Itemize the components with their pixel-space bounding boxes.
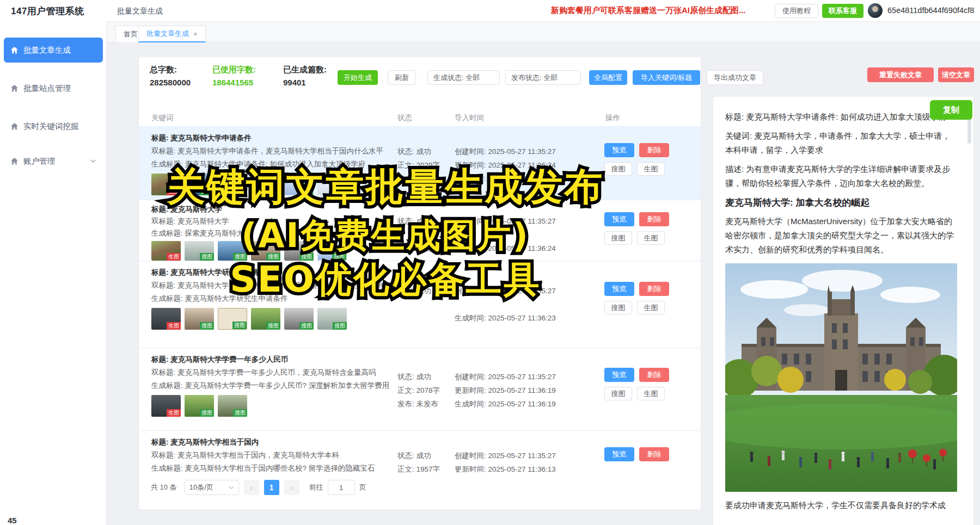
thumbnail[interactable]: 搜图 [317,308,347,330]
search-image-button[interactable]: 搜图 [604,162,632,176]
sidebar-footer-text: 45 [8,516,17,525]
preview-button[interactable]: 预览 [604,282,634,296]
thumb-label: 搜图 [200,322,214,330]
sidebar-item-label: 批量文章生成 [23,45,71,55]
refresh-button[interactable]: 刷新 [388,70,416,85]
time-cell: 创建时间: 2025-05-27 11:35:27 更新时间: 2025-05-… [455,449,591,472]
publish-status-select[interactable]: 发布状态: 全部 [505,70,581,85]
sidebar-item-batch-article[interactable]: 批量文章生成 [4,38,103,63]
stat-value: 186441565 [212,78,256,87]
delete-button[interactable]: 删除 [639,447,669,461]
generate-image-button[interactable]: 生图 [637,301,665,314]
delete-button[interactable]: 删除 [639,282,669,296]
tutorial-button[interactable]: 使用教程 [775,4,818,18]
table-row[interactable]: 标题: 麦克马斯特大学学费一年多少人民币 双标题: 麦克马斯特大学学费一年多少人… [139,348,701,431]
thumbnail[interactable]: 生图 [151,395,181,417]
status-line: 状态: 成功 [397,449,455,462]
stat-value: 99401 [283,78,327,87]
thumb-label: 搜图 [233,409,247,417]
campus-photo [725,263,957,492]
preview-heading: 麦克马斯特大学: 加拿大名校的崛起 [725,196,957,210]
thumb-label: 搜图 [200,253,214,261]
tab-bar: 首页 批量文章生成 × [107,22,980,42]
preview-title: 标题: 麦克马斯特大学申请条件: 如何成功进入加拿大顶级学府 [725,110,957,124]
clear-articles-button[interactable]: 清空文章 [938,67,974,82]
thumb-label: 生图 [167,253,181,261]
preview-button[interactable]: 预览 [604,368,634,382]
tab-current-label: 批量文章生成 [146,29,189,39]
preview-button[interactable]: 预览 [604,447,634,461]
delete-button[interactable]: 删除 [639,212,669,226]
preview-body: 标题: 麦克马斯特大学申请条件: 如何成功进入加拿大顶级学府 关键词: 麦克马斯… [725,110,957,517]
close-icon[interactable]: × [193,30,198,38]
search-image-button[interactable]: 搜图 [604,231,632,245]
global-config-button[interactable]: 全局配置 [589,70,627,85]
preview-paragraph: 麦克马斯特大学（McMasterUniversity）位于加拿大安大略省的哈密尔… [725,214,957,257]
page-size-select[interactable]: 10条/页 [185,480,239,495]
app-title: 147用户管理系统 [11,5,84,17]
time-line: 创建时间: 2025-05-27 11:35:27 [455,145,591,158]
generate-image-button[interactable]: 生图 [637,231,665,245]
thumbnail[interactable]: 搜图 [284,308,314,330]
contact-support-button[interactable]: 联系客服 [822,4,863,18]
thumbnail[interactable]: 搜图 [185,395,214,417]
action-cell: 预览 删除 [604,447,669,466]
generate-image-button[interactable]: 生图 [637,162,665,176]
row-title: 标题: 麦克马斯特大学相当于国内 [151,436,465,449]
watermark-line-3: SEO优化必备工具 [230,262,541,298]
copy-button[interactable]: 复制 [930,100,972,120]
table-row[interactable]: 标题: 麦克马斯特大学相当于国内 双标题: 麦克马斯特大学相当于国内，麦克马斯特… [139,431,701,472]
search-image-button[interactable]: 搜图 [604,301,632,314]
thumbnail[interactable]: 生图 [151,308,181,330]
thumbnail[interactable]: 搜图 [185,241,214,261]
prev-page-button[interactable]: ‹ [244,480,259,495]
col-status: 状态 [397,109,412,127]
sidebar-item-batch-site[interactable]: 批量站点管理 [4,77,103,99]
thumbnail[interactable]: 搜图 [185,308,214,330]
sidebar-item-label: 批量站点管理 [23,83,71,94]
export-success-button[interactable]: 导出成功文章 [707,70,763,85]
preview-button[interactable]: 预览 [604,212,634,226]
thumbnail[interactable]: 生图 [151,241,181,261]
stat-generated-articles: 已生成篇数: 99401 [283,65,327,87]
sidebar-item-account[interactable]: 账户管理 [4,150,103,172]
time-line: 创建时间: 2025-05-27 11:35:27 [455,449,591,462]
import-keywords-button[interactable]: 导入关键词/标题 [633,70,700,85]
home-icon [10,84,19,92]
watermark-line-2: (AI免费生成图片) [241,219,530,252]
preview-paragraph-clipped: 要成功申请麦克马斯特大学，学生不仅需要具备良好的学术成 [725,498,957,512]
promo-notice[interactable]: 新购套餐用户可联系客服赠送一万张AI原创生成配图... [551,5,746,16]
status-cell: 状态: 成功 正文: 1957字 [397,449,455,472]
delete-button[interactable]: 删除 [639,143,669,157]
thumbnail[interactable]: 搜图 [251,308,280,330]
thumb-label: 生图 [167,322,181,330]
search-image-button[interactable]: 搜图 [604,387,632,400]
thumbnail[interactable]: 搜图 [218,308,247,330]
stat-used-words: 已使用字数: 186441565 [212,65,256,87]
preview-button[interactable]: 预览 [604,143,634,157]
delete-button[interactable]: 删除 [639,368,669,382]
thumbnail[interactable]: 搜图 [218,395,247,417]
scrollbar[interactable] [967,98,973,525]
sidebar: 批量文章生成 批量站点管理 实时关键词挖掘 账户管理 45 [0,22,107,525]
sidebar-item-label: 账户管理 [23,156,55,166]
thumb-label: 搜图 [266,322,280,330]
pagination: 共 10 条 10条/页 ‹ 1 › 前往 页 [151,480,366,495]
action-cell: 预览 删除 搜图 生图 [604,368,669,405]
tab-batch-article[interactable]: 批量文章生成 × [138,26,206,42]
breadcrumb: 批量文章生成 [117,7,163,16]
goto-page-input[interactable] [328,480,355,495]
avatar[interactable] [868,3,883,18]
reset-failed-button[interactable]: 重置失败文章 [867,67,934,82]
time-line: 更新时间: 2025-05-27 11:36:19 [455,384,591,397]
watermark-line-1: 关键词文章批量生成发布 [167,168,604,206]
generate-status-select[interactable]: 生成状态: 全部 [427,70,500,85]
sidebar-item-keyword-mining[interactable]: 实时关键词挖掘 [4,115,103,137]
user-id: 65e4811dfb644f690f4cf8 [887,6,974,15]
start-generate-button[interactable]: 开始生成 [338,70,378,85]
next-page-button[interactable]: › [284,480,299,495]
thumb-label: 搜图 [333,322,347,330]
stat-label: 总字数: [150,65,191,75]
generate-image-button[interactable]: 生图 [637,387,665,400]
page-number-1[interactable]: 1 [264,480,279,495]
